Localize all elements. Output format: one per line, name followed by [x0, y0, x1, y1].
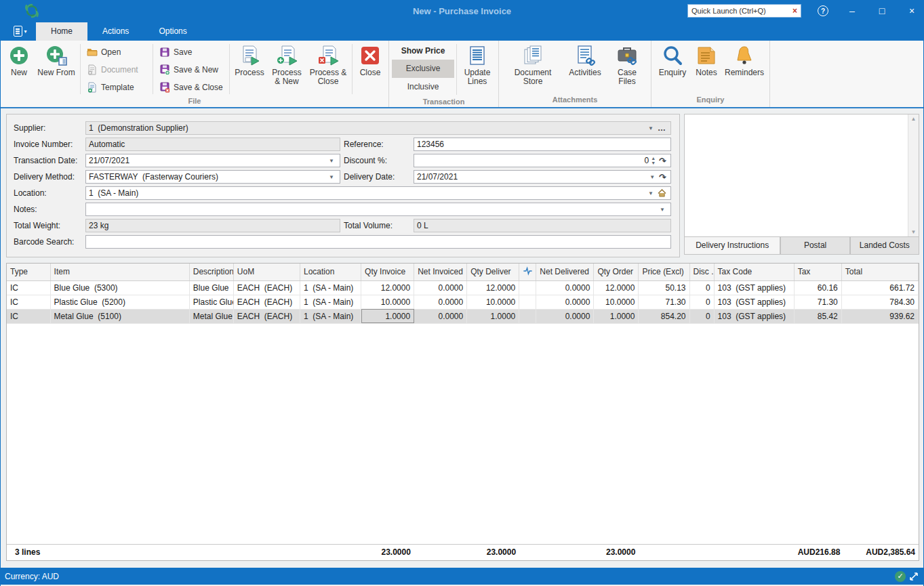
column-header-tax_code[interactable]: Tax Code — [714, 264, 794, 280]
tab-home[interactable]: Home — [36, 22, 87, 41]
grid-cell-qty_deliver[interactable]: 1.0000 — [467, 309, 519, 323]
column-header-net_invoiced[interactable]: Net Invoiced — [414, 264, 467, 280]
tab-actions[interactable]: Actions — [87, 22, 144, 41]
vertical-scrollbar[interactable]: ▲ ▼ — [908, 114, 919, 236]
grid-cell-qty_invoice[interactable]: 12.0000 — [361, 280, 414, 295]
grid-cell-net_invoiced[interactable]: 0.0000 — [414, 295, 467, 309]
home-icon[interactable] — [658, 189, 666, 197]
quick-launch-clear-icon[interactable]: × — [792, 6, 797, 16]
grid-cell-price_excl[interactable]: 854.20 — [639, 309, 689, 323]
notes-button[interactable]: Notes — [691, 43, 722, 94]
delivery-date-field[interactable]: 21/07/2021 ▼ ↷ — [414, 170, 671, 184]
grid-cell-tax_code[interactable]: 103 (GST applies) — [714, 309, 794, 323]
column-header-uom[interactable]: UoM — [233, 264, 300, 280]
save-button[interactable]: Save — [155, 44, 227, 60]
column-header-net_delivered[interactable]: Net Delivered — [536, 264, 594, 280]
recalculate-icon[interactable]: ↷ — [658, 172, 668, 182]
grid-cell-tax[interactable]: 71.30 — [794, 295, 841, 309]
grid-cell-qty_invoice[interactable]: 1.0000 — [361, 309, 414, 323]
grid-row[interactable]: ICBlue Glue (5300)Blue GlueEACH (EACH)1 … — [7, 280, 919, 295]
tab-delivery-instructions[interactable]: Delivery Instructions — [684, 237, 780, 255]
grid-cell-net_delivered[interactable]: 0.0000 — [536, 309, 594, 323]
column-header-location[interactable]: Location — [300, 264, 361, 280]
process-button[interactable]: Process — [232, 43, 267, 96]
grid-cell-tax_code[interactable]: 103 (GST applies) — [714, 295, 794, 309]
grid-cell-total[interactable]: 784.30 — [841, 295, 918, 309]
grid-cell-description[interactable]: Blue Glue — [189, 280, 233, 295]
save-and-close-button[interactable]: Save & Close — [155, 79, 227, 96]
delivery-method-field[interactable]: FASTERWAY (Fasterway Couriers) ▼ — [85, 170, 340, 184]
grid-cell-item[interactable]: Plastic Glue (5200) — [50, 295, 189, 309]
quick-launch-input[interactable]: Quick Launch (Ctrl+Q) × — [687, 4, 801, 18]
grid-cell-qty_invoice[interactable]: 10.0000 — [361, 295, 414, 309]
spinner-icon[interactable]: ▲▼ — [649, 156, 658, 165]
grid-cell-uom[interactable]: EACH (EACH) — [233, 309, 300, 323]
grid-cell-price_excl[interactable]: 71.30 — [639, 295, 689, 309]
grid-cell-uom[interactable]: EACH (EACH) — [233, 280, 300, 295]
column-header-disc[interactable]: Disc ... — [689, 264, 714, 280]
grid-cell-type[interactable]: IC — [7, 309, 50, 323]
column-header-tax[interactable]: Tax — [794, 264, 841, 280]
show-price-inclusive-option[interactable]: Inclusive — [392, 78, 454, 96]
grid-cell-type[interactable]: IC — [7, 280, 50, 295]
grid-cell-net_delivered[interactable]: 0.0000 — [536, 295, 594, 309]
grid-cell-qty_order[interactable]: 1.0000 — [594, 309, 639, 323]
scroll-up-icon[interactable]: ▲ — [911, 116, 917, 122]
grid-cell-net_invoiced[interactable]: 0.0000 — [414, 280, 467, 295]
update-lines-button[interactable]: Update Lines — [459, 43, 496, 96]
close-button[interactable]: Close — [355, 43, 386, 96]
barcode-search-input[interactable] — [85, 235, 671, 249]
maximize-button[interactable]: □ — [876, 5, 888, 16]
grid-cell-total[interactable]: 661.72 — [841, 280, 918, 295]
discount-field[interactable]: 0 ▲▼ ↷ — [414, 154, 671, 167]
save-and-new-button[interactable]: Save & New — [155, 62, 227, 78]
column-header-total[interactable]: Total — [841, 264, 918, 280]
grid-cell-tax_code[interactable]: 103 (GST applies) — [714, 280, 794, 295]
grid-cell-pulse[interactable] — [519, 280, 536, 295]
scroll-down-icon[interactable]: ▼ — [911, 229, 917, 235]
process-and-close-button[interactable]: Process & Close — [306, 43, 350, 96]
chevron-down-icon[interactable]: ▼ — [645, 125, 656, 131]
application-menu-button[interactable]: ▾ — [10, 23, 31, 39]
grid-cell-item[interactable]: Blue Glue (5300) — [50, 280, 189, 295]
chevron-down-icon[interactable]: ▼ — [657, 207, 668, 213]
grid-cell-location[interactable]: 1 (SA - Main) — [300, 295, 361, 309]
grid-cell-uom[interactable]: EACH (EACH) — [233, 295, 300, 309]
process-and-new-button[interactable]: Process & New — [267, 43, 306, 96]
template-button[interactable]: Template — [83, 79, 150, 96]
notes-field[interactable]: ▼ — [85, 203, 671, 216]
reference-field[interactable]: 123456 — [414, 138, 671, 151]
grid-cell-disc[interactable]: 0 — [689, 295, 714, 309]
grid-cell-pulse[interactable] — [519, 309, 536, 323]
grid-cell-qty_deliver[interactable]: 12.0000 — [467, 280, 519, 295]
grid-cell-total[interactable]: 939.62 — [841, 309, 918, 323]
column-header-pulse[interactable] — [519, 264, 536, 280]
grid-cell-type[interactable]: IC — [7, 295, 50, 309]
column-header-item[interactable]: Item — [50, 264, 189, 280]
delivery-instructions-textarea[interactable]: ▲ ▼ — [684, 114, 919, 237]
grid-row[interactable]: ICPlastic Glue (5200)Plastic GlueEACH (E… — [7, 295, 919, 309]
grid-cell-item[interactable]: Metal Glue (5100) — [50, 309, 189, 323]
grid-cell-price_excl[interactable]: 50.13 — [639, 280, 689, 295]
grid-cell-net_delivered[interactable]: 0.0000 — [536, 280, 594, 295]
grid-cell-qty_order[interactable]: 10.0000 — [594, 295, 639, 309]
show-price-exclusive-option[interactable]: Exclusive — [392, 60, 454, 78]
grid-cell-description[interactable]: Plastic Glue — [189, 295, 233, 309]
transaction-date-field[interactable]: 21/07/2021 ▼ — [85, 154, 340, 167]
grid-cell-net_invoiced[interactable]: 0.0000 — [414, 309, 467, 323]
grid-cell-disc[interactable]: 0 — [689, 309, 714, 323]
chevron-down-icon[interactable]: ▼ — [647, 174, 658, 180]
chevron-down-icon[interactable]: ▼ — [326, 174, 337, 180]
open-button[interactable]: Open — [83, 44, 150, 60]
grid-cell-qty_deliver[interactable]: 10.0000 — [467, 295, 519, 309]
column-header-type[interactable]: Type — [7, 264, 50, 280]
minimize-button[interactable]: – — [846, 5, 858, 16]
grid-cell-tax[interactable]: 85.42 — [794, 309, 841, 323]
document-button[interactable]: Document — [83, 62, 150, 78]
grid-cell-tax[interactable]: 60.16 — [794, 280, 841, 295]
enquiry-button[interactable]: Enquiry — [654, 43, 691, 94]
grid-cell-location[interactable]: 1 (SA - Main) — [300, 280, 361, 295]
activities-button[interactable]: Activities — [564, 43, 606, 94]
grid-cell-location[interactable]: 1 (SA - Main) — [300, 309, 361, 323]
supplier-lookup-button[interactable]: … — [656, 123, 668, 133]
